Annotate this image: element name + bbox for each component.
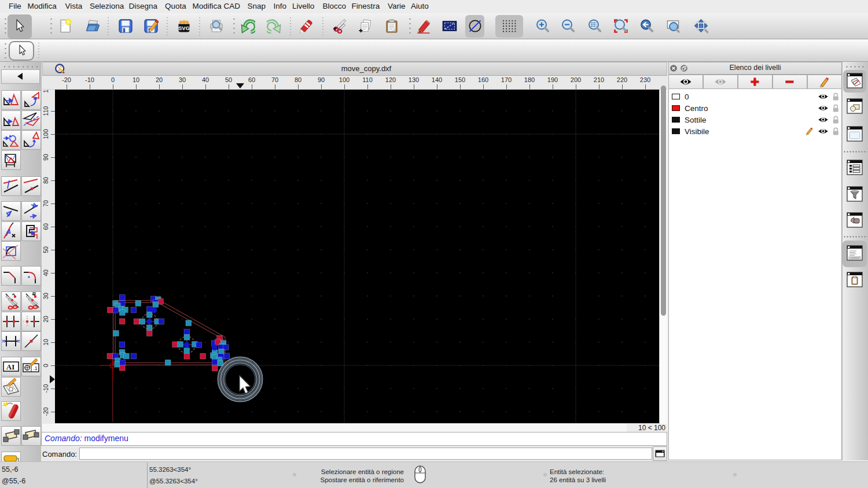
svg-text:AI: AI [6,363,14,371]
svg-text:command: command [850,257,859,259]
svg-text:.1: .1 [33,365,38,371]
svg-text:SVG: SVG [178,25,190,31]
